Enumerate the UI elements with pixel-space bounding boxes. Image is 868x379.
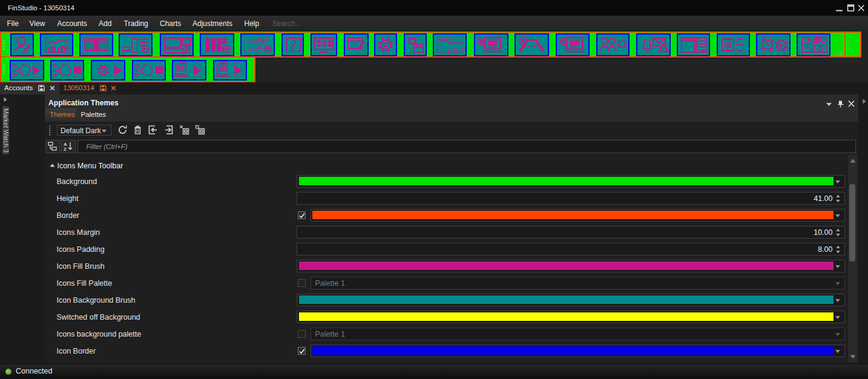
svg-text:START: START — [234, 76, 242, 79]
svg-text:START: START — [114, 62, 122, 65]
svg-text:START: START — [114, 76, 122, 79]
svg-text:STOP: STOP — [155, 76, 162, 79]
svg-text:(·): (·) — [619, 36, 622, 40]
svg-text:Z: Z — [64, 147, 67, 152]
svg-text:1.203: 1.203 — [243, 38, 258, 44]
svg-text:START: START — [192, 62, 201, 65]
svg-text:STOP: STOP — [155, 62, 162, 65]
svg-text:START: START — [234, 62, 242, 65]
svg-text:0.012.030: 0.012.030 — [447, 47, 465, 51]
svg-text:STOP: STOP — [73, 76, 81, 79]
svg-text:START: START — [33, 62, 41, 65]
svg-text:STOP: STOP — [73, 62, 81, 65]
svg-text:1.234.567: 1.234.567 — [439, 38, 453, 41]
svg-text:1.203: 1.203 — [243, 45, 258, 52]
svg-text:START: START — [33, 76, 41, 79]
svg-text:5: 5 — [258, 44, 263, 54]
svg-text:START: START — [192, 76, 201, 79]
